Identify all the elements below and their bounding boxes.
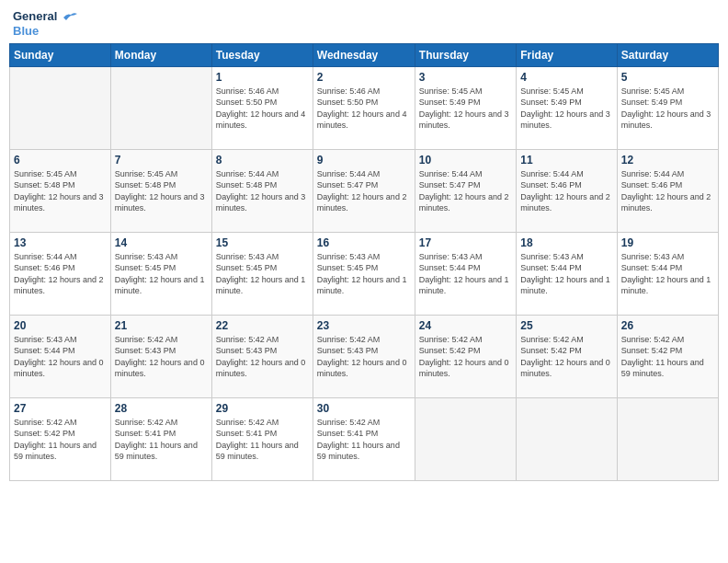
day-number: 1 <box>216 71 309 84</box>
calendar-cell: 17Sunrise: 5:43 AM Sunset: 5:44 PM Dayli… <box>415 232 516 315</box>
calendar-cell <box>415 397 516 480</box>
day-number: 16 <box>317 236 411 249</box>
day-number: 9 <box>317 154 411 167</box>
day-info: Sunrise: 5:42 AM Sunset: 5:41 PM Dayligh… <box>115 417 208 463</box>
logo: General Blue <box>13 9 78 38</box>
day-number: 2 <box>317 71 411 84</box>
calendar-cell: 26Sunrise: 5:42 AM Sunset: 5:42 PM Dayli… <box>617 315 718 397</box>
day-number: 25 <box>520 319 612 332</box>
calendar-week-5: 27Sunrise: 5:42 AM Sunset: 5:42 PM Dayli… <box>10 397 719 480</box>
day-info: Sunrise: 5:44 AM Sunset: 5:46 PM Dayligh… <box>621 168 714 214</box>
day-info: Sunrise: 5:42 AM Sunset: 5:42 PM Dayligh… <box>621 334 714 380</box>
day-info: Sunrise: 5:44 AM Sunset: 5:47 PM Dayligh… <box>419 168 512 214</box>
day-header-tuesday: Tuesday <box>211 43 313 66</box>
calendar-cell: 9Sunrise: 5:44 AM Sunset: 5:47 PM Daylig… <box>313 149 415 232</box>
day-number: 24 <box>419 319 512 332</box>
calendar-cell: 30Sunrise: 5:42 AM Sunset: 5:41 PM Dayli… <box>313 397 415 480</box>
calendar-cell: 13Sunrise: 5:44 AM Sunset: 5:46 PM Dayli… <box>10 232 111 315</box>
day-info: Sunrise: 5:43 AM Sunset: 5:44 PM Dayligh… <box>419 251 512 297</box>
day-info: Sunrise: 5:44 AM Sunset: 5:46 PM Dayligh… <box>14 251 107 297</box>
day-info: Sunrise: 5:42 AM Sunset: 5:41 PM Dayligh… <box>216 417 309 463</box>
day-info: Sunrise: 5:46 AM Sunset: 5:50 PM Dayligh… <box>216 86 309 132</box>
day-info: Sunrise: 5:42 AM Sunset: 5:43 PM Dayligh… <box>115 334 208 380</box>
calendar-cell: 5Sunrise: 5:45 AM Sunset: 5:49 PM Daylig… <box>617 66 718 149</box>
calendar-cell: 12Sunrise: 5:44 AM Sunset: 5:46 PM Dayli… <box>617 149 718 232</box>
day-info: Sunrise: 5:42 AM Sunset: 5:43 PM Dayligh… <box>317 334 411 380</box>
day-number: 6 <box>14 154 107 167</box>
calendar-cell: 7Sunrise: 5:45 AM Sunset: 5:48 PM Daylig… <box>110 149 211 232</box>
day-info: Sunrise: 5:42 AM Sunset: 5:42 PM Dayligh… <box>520 334 612 380</box>
day-number: 21 <box>115 319 208 332</box>
calendar-cell: 1Sunrise: 5:46 AM Sunset: 5:50 PM Daylig… <box>211 66 313 149</box>
day-info: Sunrise: 5:46 AM Sunset: 5:50 PM Dayligh… <box>317 86 411 132</box>
calendar-cell: 16Sunrise: 5:43 AM Sunset: 5:45 PM Dayli… <box>313 232 415 315</box>
calendar-cell: 3Sunrise: 5:45 AM Sunset: 5:49 PM Daylig… <box>415 66 516 149</box>
day-number: 26 <box>621 319 714 332</box>
day-info: Sunrise: 5:44 AM Sunset: 5:47 PM Dayligh… <box>317 168 411 214</box>
day-info: Sunrise: 5:42 AM Sunset: 5:41 PM Dayligh… <box>317 417 411 463</box>
day-number: 15 <box>216 236 309 249</box>
day-number: 4 <box>520 71 612 84</box>
day-header-monday: Monday <box>110 43 211 66</box>
day-info: Sunrise: 5:43 AM Sunset: 5:44 PM Dayligh… <box>520 251 612 297</box>
calendar-cell <box>517 397 617 480</box>
day-number: 14 <box>115 236 208 249</box>
calendar-cell: 19Sunrise: 5:43 AM Sunset: 5:44 PM Dayli… <box>617 232 718 315</box>
day-header-wednesday: Wednesday <box>313 43 415 66</box>
day-number: 8 <box>216 154 309 167</box>
calendar-cell: 23Sunrise: 5:42 AM Sunset: 5:43 PM Dayli… <box>313 315 415 397</box>
calendar-week-3: 13Sunrise: 5:44 AM Sunset: 5:46 PM Dayli… <box>10 232 719 315</box>
day-info: Sunrise: 5:43 AM Sunset: 5:44 PM Dayligh… <box>14 334 107 380</box>
day-number: 5 <box>621 71 714 84</box>
day-number: 12 <box>621 154 714 167</box>
logo-text: General Blue <box>13 9 78 38</box>
calendar-cell <box>110 66 211 149</box>
day-info: Sunrise: 5:43 AM Sunset: 5:45 PM Dayligh… <box>317 251 411 297</box>
day-info: Sunrise: 5:45 AM Sunset: 5:49 PM Dayligh… <box>419 86 512 132</box>
calendar-cell: 10Sunrise: 5:44 AM Sunset: 5:47 PM Dayli… <box>415 149 516 232</box>
calendar-cell: 20Sunrise: 5:43 AM Sunset: 5:44 PM Dayli… <box>10 315 111 397</box>
day-number: 23 <box>317 319 411 332</box>
calendar-cell: 18Sunrise: 5:43 AM Sunset: 5:44 PM Dayli… <box>517 232 617 315</box>
day-number: 29 <box>216 402 309 415</box>
calendar-table: SundayMondayTuesdayWednesdayThursdayFrid… <box>9 43 719 481</box>
day-number: 20 <box>14 319 107 332</box>
day-info: Sunrise: 5:45 AM Sunset: 5:49 PM Dayligh… <box>621 86 714 132</box>
day-header-thursday: Thursday <box>415 43 516 66</box>
day-info: Sunrise: 5:44 AM Sunset: 5:46 PM Dayligh… <box>520 168 612 214</box>
day-number: 27 <box>14 402 107 415</box>
calendar-cell: 22Sunrise: 5:42 AM Sunset: 5:43 PM Dayli… <box>211 315 313 397</box>
calendar-week-2: 6Sunrise: 5:45 AM Sunset: 5:48 PM Daylig… <box>10 149 719 232</box>
day-info: Sunrise: 5:44 AM Sunset: 5:48 PM Dayligh… <box>216 168 309 214</box>
day-info: Sunrise: 5:45 AM Sunset: 5:48 PM Dayligh… <box>14 168 107 214</box>
day-number: 30 <box>317 402 411 415</box>
calendar-cell: 11Sunrise: 5:44 AM Sunset: 5:46 PM Dayli… <box>517 149 617 232</box>
day-header-friday: Friday <box>517 43 617 66</box>
calendar-cell <box>10 66 111 149</box>
day-info: Sunrise: 5:42 AM Sunset: 5:42 PM Dayligh… <box>14 417 107 463</box>
day-number: 3 <box>419 71 512 84</box>
calendar-cell: 2Sunrise: 5:46 AM Sunset: 5:50 PM Daylig… <box>313 66 415 149</box>
calendar-cell: 29Sunrise: 5:42 AM Sunset: 5:41 PM Dayli… <box>211 397 313 480</box>
calendar-cell: 15Sunrise: 5:43 AM Sunset: 5:45 PM Dayli… <box>211 232 313 315</box>
day-info: Sunrise: 5:43 AM Sunset: 5:45 PM Dayligh… <box>216 251 309 297</box>
day-info: Sunrise: 5:43 AM Sunset: 5:44 PM Dayligh… <box>621 251 714 297</box>
calendar-cell: 21Sunrise: 5:42 AM Sunset: 5:43 PM Dayli… <box>110 315 211 397</box>
calendar-cell <box>617 397 718 480</box>
day-info: Sunrise: 5:45 AM Sunset: 5:48 PM Dayligh… <box>115 168 208 214</box>
day-info: Sunrise: 5:45 AM Sunset: 5:49 PM Dayligh… <box>520 86 612 132</box>
calendar-cell: 25Sunrise: 5:42 AM Sunset: 5:42 PM Dayli… <box>517 315 617 397</box>
day-number: 18 <box>520 236 612 249</box>
day-number: 17 <box>419 236 512 249</box>
calendar-week-4: 20Sunrise: 5:43 AM Sunset: 5:44 PM Dayli… <box>10 315 719 397</box>
calendar-cell: 8Sunrise: 5:44 AM Sunset: 5:48 PM Daylig… <box>211 149 313 232</box>
day-info: Sunrise: 5:42 AM Sunset: 5:43 PM Dayligh… <box>216 334 309 380</box>
calendar-cell: 4Sunrise: 5:45 AM Sunset: 5:49 PM Daylig… <box>517 66 617 149</box>
day-number: 7 <box>115 154 208 167</box>
day-number: 19 <box>621 236 714 249</box>
calendar-cell: 24Sunrise: 5:42 AM Sunset: 5:42 PM Dayli… <box>415 315 516 397</box>
day-number: 22 <box>216 319 309 332</box>
calendar-cell: 14Sunrise: 5:43 AM Sunset: 5:45 PM Dayli… <box>110 232 211 315</box>
page-header: General Blue <box>9 9 719 38</box>
day-number: 10 <box>419 154 512 167</box>
